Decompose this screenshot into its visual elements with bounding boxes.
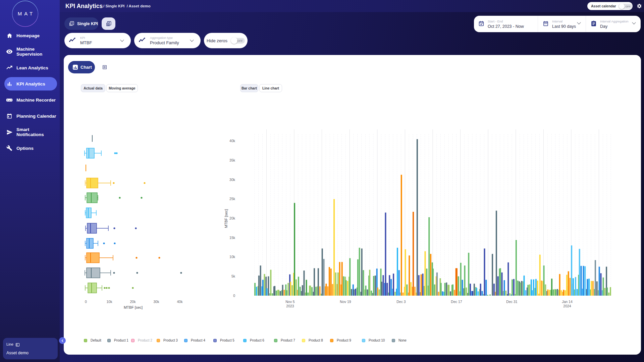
- svg-text:MTBF [sec]: MTBF [sec]: [224, 209, 228, 228]
- svg-text:2024: 2024: [563, 304, 571, 308]
- svg-text:Jan 14: Jan 14: [562, 300, 573, 304]
- svg-text:Dec 3: Dec 3: [396, 300, 406, 304]
- svg-text:5k: 5k: [231, 274, 235, 278]
- svg-text:40k: 40k: [229, 139, 235, 143]
- svg-text:MTBF [sec]: MTBF [sec]: [124, 305, 143, 309]
- svg-text:0: 0: [85, 300, 87, 304]
- svg-text:25k: 25k: [229, 197, 235, 201]
- svg-text:10k: 10k: [107, 300, 113, 304]
- svg-text:Dec 17: Dec 17: [451, 300, 462, 304]
- svg-text:20k: 20k: [229, 216, 235, 220]
- svg-text:30k: 30k: [154, 300, 160, 304]
- svg-text:0: 0: [233, 294, 235, 298]
- svg-text:35k: 35k: [229, 158, 235, 162]
- svg-text:Nov 19: Nov 19: [340, 300, 351, 304]
- svg-text:Nov 5: Nov 5: [285, 300, 295, 304]
- svg-text:Dec 31: Dec 31: [506, 300, 517, 304]
- svg-text:20k: 20k: [130, 300, 136, 304]
- svg-text:10k: 10k: [229, 255, 235, 259]
- svg-text:30k: 30k: [229, 178, 235, 182]
- svg-text:15k: 15k: [229, 236, 235, 240]
- svg-text:40k: 40k: [177, 300, 183, 304]
- svg-text:2023: 2023: [286, 304, 294, 308]
